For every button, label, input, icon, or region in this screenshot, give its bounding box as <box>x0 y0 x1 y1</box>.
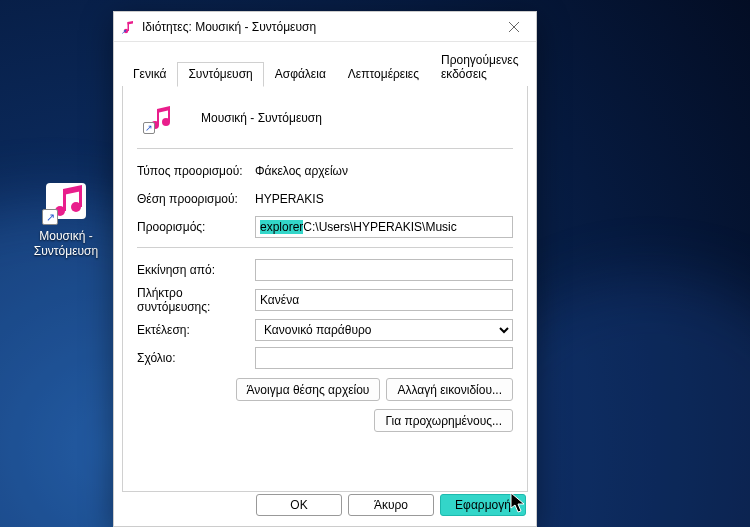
tab-security[interactable]: Ασφάλεια <box>264 62 337 86</box>
shortcut-overlay-icon: ↗ <box>143 122 155 134</box>
comment-input[interactable] <box>255 347 513 369</box>
label-target: Προορισμός: <box>137 220 255 234</box>
start-in-input[interactable] <box>255 259 513 281</box>
target-selected-text: explorer <box>260 220 303 234</box>
advanced-button[interactable]: Για προχωρημένους... <box>374 409 513 432</box>
titlebar[interactable]: ↗ Ιδιότητες: Μουσική - Συντόμευση <box>114 12 536 42</box>
change-icon-button[interactable]: Αλλαγή εικονιδίου... <box>386 378 513 401</box>
tab-strip: Γενικά Συντόμευση Ασφάλεια Λεπτομέρειες … <box>122 48 528 86</box>
target-input[interactable]: explorer C:\Users\HYPERAKIS\Music <box>255 216 513 238</box>
close-button[interactable] <box>492 12 536 42</box>
label-start-in: Εκκίνηση από: <box>137 263 255 277</box>
tab-general[interactable]: Γενικά <box>122 62 177 86</box>
cancel-button[interactable]: Άκυρο <box>348 494 434 516</box>
desktop-shortcut[interactable]: ↗ Μουσική - Συντόμευση <box>28 177 104 259</box>
tab-previous-versions[interactable]: Προηγούμενες εκδόσεις <box>430 48 529 86</box>
open-file-location-button[interactable]: Άνοιγμα θέσης αρχείου <box>236 378 381 401</box>
tabpage-shortcut: ↗ Μουσική - Συντόμευση Τύπος προορισμού:… <box>122 86 528 492</box>
label-target-location: Θέση προορισμού: <box>137 192 255 206</box>
label-run: Εκτέλεση: <box>137 323 255 337</box>
desktop-icon-label: Μουσική - Συντόμευση <box>28 229 104 259</box>
tab-shortcut[interactable]: Συντόμευση <box>177 62 263 87</box>
shortcut-name: Μουσική - Συντόμευση <box>201 111 322 125</box>
music-folder-icon: ↗ <box>42 177 90 225</box>
run-select[interactable]: Κανονικό παράθυρο <box>255 319 513 341</box>
label-target-type: Τύπος προορισμού: <box>137 164 255 178</box>
label-comment: Σχόλιο: <box>137 351 255 365</box>
properties-window: ↗ Ιδιότητες: Μουσική - Συντόμευση Γενικά… <box>113 11 537 527</box>
music-app-icon: ↗ <box>120 19 136 35</box>
svg-text:↗: ↗ <box>121 28 127 35</box>
window-title: Ιδιότητες: Μουσική - Συντόμευση <box>142 20 492 34</box>
dialog-buttons: OK Άκυρο Εφαρμογή <box>256 494 526 516</box>
shortcut-overlay-icon: ↗ <box>42 209 58 225</box>
value-target-location: HYPERAKIS <box>255 192 324 206</box>
value-target-type: Φάκελος αρχείων <box>255 164 348 178</box>
shortcut-key-input[interactable] <box>255 289 513 311</box>
close-icon <box>509 22 519 32</box>
tab-details[interactable]: Λεπτομέρειες <box>337 62 430 86</box>
label-shortcut-key: Πλήκτρο συντόμευσης: <box>137 286 255 314</box>
apply-button[interactable]: Εφαρμογή <box>440 494 526 516</box>
ok-button[interactable]: OK <box>256 494 342 516</box>
target-rest-text: C:\Users\HYPERAKIS\Music <box>303 220 456 234</box>
shortcut-header-icon: ↗ <box>143 102 175 134</box>
